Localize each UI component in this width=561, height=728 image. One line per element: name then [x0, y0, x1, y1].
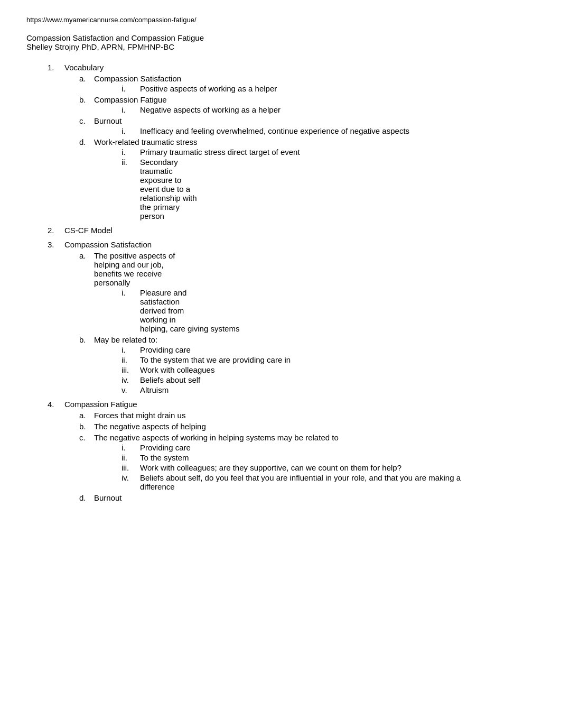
- roman-marker: iii.: [121, 365, 140, 374]
- roman-item-3-2-5: v.Altruism: [121, 385, 535, 394]
- alpha-item-4-2: b.The negative aspects of helping: [79, 422, 535, 431]
- alpha-item-1-1: a.Compassion Satisfactioni.Positive aspe…: [79, 74, 535, 93]
- alpha-content: Work-related traumatic stress: [94, 137, 198, 146]
- alpha-content: Compassion Satisfaction: [94, 74, 181, 83]
- alpha-item-4-3: c.The negative aspects of working in hel…: [79, 433, 535, 491]
- alpha-marker: a.: [79, 74, 94, 83]
- title-block: Compassion Satisfaction and Compassion F…: [26, 33, 535, 51]
- roman-item-4-3-4: iv.Beliefs about self, do you feel that …: [121, 473, 535, 491]
- section-label-3: Compassion Satisfaction: [64, 240, 152, 249]
- roman-marker: i.: [121, 288, 140, 297]
- alpha-list-4: a.Forces that might drain usb.The negati…: [48, 411, 535, 502]
- roman-list-1-3: i.Inefficacy and feeling overwhelmed, co…: [79, 126, 535, 135]
- alpha-item-1-4: d.Work-related traumatic stressi.Primary…: [79, 137, 535, 220]
- section-label-1: Vocabulary: [64, 63, 104, 72]
- roman-item-1-1-1: i.Positive aspects of working as a helpe…: [121, 84, 535, 93]
- alpha-list-3: a.The positive aspects ofhelping and our…: [48, 251, 535, 394]
- alpha-content: The positive aspects ofhelping and our j…: [94, 251, 175, 287]
- roman-marker: i.: [121, 148, 140, 156]
- section-3: 3.Compassion Satisfactiona.The positive …: [48, 240, 535, 394]
- roman-marker: iv.: [121, 473, 140, 482]
- alpha-content: May be related to:: [94, 335, 157, 344]
- roman-list-4-3: i.Providing careii.To the systemiii.Work…: [79, 443, 535, 491]
- alpha-content: Compassion Fatigue: [94, 95, 167, 104]
- roman-marker: ii.: [121, 355, 140, 364]
- section-2: 2.CS-CF Model: [48, 226, 535, 235]
- roman-marker: i.: [121, 84, 140, 93]
- roman-content: Secondarytraumaticexposure toevent due t…: [140, 158, 197, 220]
- roman-marker: i.: [121, 105, 140, 114]
- alpha-marker: b.: [79, 95, 94, 104]
- section-num-4: 4.: [48, 400, 64, 409]
- roman-content: Negative aspects of working as a helper: [140, 105, 280, 114]
- roman-content: To the system: [140, 453, 189, 462]
- alpha-content: The negative aspects of helping: [94, 422, 206, 431]
- roman-content: Providing care: [140, 443, 191, 452]
- alpha-marker: b.: [79, 422, 94, 431]
- url-line: https://www.myamericannurse.com/compassi…: [26, 16, 535, 24]
- alpha-item-1-3: c.Burnouti.Inefficacy and feeling overwh…: [79, 116, 535, 135]
- roman-marker: ii.: [121, 158, 140, 167]
- roman-list-3-2: i.Providing careii.To the system that we…: [79, 345, 535, 394]
- section-4: 4.Compassion Fatiguea.Forces that might …: [48, 400, 535, 502]
- roman-list-1-1: i.Positive aspects of working as a helpe…: [79, 84, 535, 93]
- roman-marker: iv.: [121, 375, 140, 384]
- roman-item-4-3-2: ii.To the system: [121, 453, 535, 462]
- roman-content: Work with colleagues; are they supportiv…: [140, 463, 401, 472]
- roman-item-4-3-3: iii.Work with colleagues; are they suppo…: [121, 463, 535, 472]
- alpha-content: The negative aspects of working in helpi…: [94, 433, 339, 442]
- roman-content: Work with colleagues: [140, 365, 214, 374]
- alpha-content: Burnout: [94, 493, 122, 502]
- main-title: Compassion Satisfaction and Compassion F…: [26, 33, 535, 42]
- roman-item-3-2-4: iv.Beliefs about self: [121, 375, 535, 384]
- roman-item-1-2-1: i.Negative aspects of working as a helpe…: [121, 105, 535, 114]
- roman-item-3-2-2: ii.To the system that we are providing c…: [121, 355, 535, 364]
- section-label-4: Compassion Fatigue: [64, 400, 137, 409]
- section-num-1: 1.: [48, 63, 64, 72]
- alpha-item-4-1: a.Forces that might drain us: [79, 411, 535, 420]
- roman-content: Positive aspects of working as a helper: [140, 84, 277, 93]
- roman-item-1-4-2: ii.Secondarytraumaticexposure toevent du…: [121, 158, 535, 220]
- section-1: 1.Vocabularya.Compassion Satisfactioni.P…: [48, 63, 535, 220]
- alpha-marker: b.: [79, 335, 94, 344]
- roman-marker: i.: [121, 345, 140, 354]
- alpha-content: Burnout: [94, 116, 122, 125]
- roman-item-3-1-1: i.Pleasure andsatisfactionderived fromwo…: [121, 288, 535, 333]
- alpha-item-3-1: a.The positive aspects ofhelping and our…: [79, 251, 535, 333]
- roman-list-3-1: i.Pleasure andsatisfactionderived fromwo…: [79, 288, 535, 333]
- roman-list-1-4: i.Primary traumatic stress direct target…: [79, 148, 535, 220]
- alpha-marker: d.: [79, 493, 94, 502]
- roman-marker: i.: [121, 443, 140, 452]
- roman-marker: ii.: [121, 453, 140, 462]
- alpha-marker: c.: [79, 116, 94, 125]
- roman-content: Inefficacy and feeling overwhelmed, cont…: [140, 126, 409, 135]
- alpha-content: Forces that might drain us: [94, 411, 185, 420]
- roman-item-1-4-1: i.Primary traumatic stress direct target…: [121, 148, 535, 156]
- section-num-3: 3.: [48, 240, 64, 249]
- roman-content: Pleasure andsatisfactionderived fromwork…: [140, 288, 239, 333]
- alpha-item-1-2: b.Compassion Fatiguei.Negative aspects o…: [79, 95, 535, 114]
- roman-marker: iii.: [121, 463, 140, 472]
- roman-marker: v.: [121, 385, 140, 394]
- author: Shelley Strojny PhD, APRN, FPMHNP-BC: [26, 42, 535, 51]
- roman-content: To the system that we are providing care…: [140, 355, 291, 364]
- roman-content: Primary traumatic stress direct target o…: [140, 148, 300, 156]
- roman-content: Altruism: [140, 385, 169, 394]
- roman-content: Beliefs about self, do you feel that you…: [140, 473, 483, 491]
- roman-content: Providing care: [140, 345, 191, 354]
- alpha-item-3-2: b.May be related to:i.Providing careii.T…: [79, 335, 535, 394]
- roman-item-3-2-1: i.Providing care: [121, 345, 535, 354]
- roman-content: Beliefs about self: [140, 375, 200, 384]
- alpha-marker: d.: [79, 137, 94, 146]
- alpha-marker: c.: [79, 433, 94, 442]
- section-label-2: CS-CF Model: [64, 226, 113, 235]
- roman-item-3-2-3: iii.Work with colleagues: [121, 365, 535, 374]
- alpha-item-4-4: d.Burnout: [79, 493, 535, 502]
- main-content-list: 1.Vocabularya.Compassion Satisfactioni.P…: [26, 63, 535, 502]
- section-num-2: 2.: [48, 226, 64, 235]
- roman-item-1-3-1: i.Inefficacy and feeling overwhelmed, co…: [121, 126, 535, 135]
- alpha-list-1: a.Compassion Satisfactioni.Positive aspe…: [48, 74, 535, 220]
- roman-marker: i.: [121, 126, 140, 135]
- alpha-marker: a.: [79, 411, 94, 420]
- alpha-marker: a.: [79, 251, 94, 260]
